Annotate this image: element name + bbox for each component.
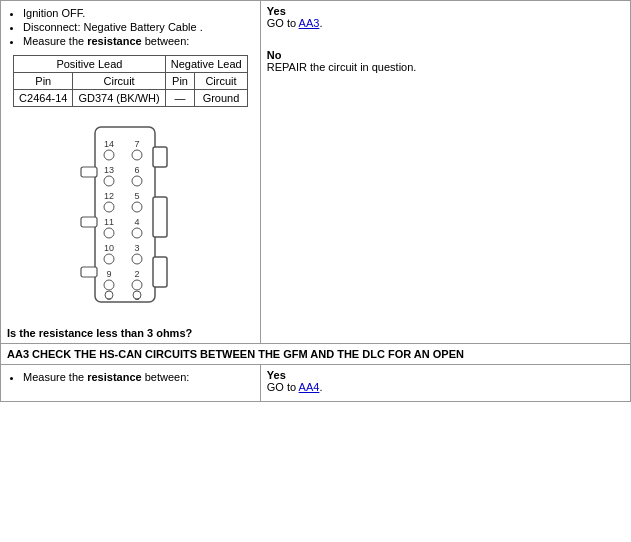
aa3-header-cell: AA3 CHECK THE HS-CAN CIRCUITS BETWEEN TH… — [1, 344, 631, 365]
svg-text:6: 6 — [135, 165, 140, 175]
cell-neg-circuit: Ground — [195, 90, 247, 107]
aa3-bullet-measure: Measure the resistance between: — [23, 371, 254, 383]
bullet-measure: Measure the resistance between: — [23, 35, 254, 47]
svg-text:12: 12 — [104, 191, 114, 201]
svg-text:14: 14 — [104, 139, 114, 149]
main-layout: Ignition OFF. Disconnect: Negative Batte… — [0, 0, 631, 402]
svg-text:13: 13 — [104, 165, 114, 175]
svg-rect-1 — [153, 147, 167, 167]
svg-rect-6 — [81, 267, 97, 277]
aa3-link[interactable]: AA3 — [299, 17, 320, 29]
svg-rect-5 — [81, 217, 97, 227]
resistance-question: Is the resistance less than 3 ohms? — [7, 327, 254, 339]
svg-rect-3 — [153, 257, 167, 287]
yes-text: GO to — [267, 17, 296, 29]
svg-point-33 — [105, 291, 113, 299]
svg-text:10: 10 — [104, 243, 114, 253]
svg-text:11: 11 — [104, 217, 114, 227]
svg-point-18 — [132, 202, 142, 212]
top-right-cell: Yes GO to AA3. No REPAIR the circuit in … — [260, 1, 630, 344]
svg-point-9 — [104, 150, 114, 160]
table-header-row: Positive Lead Negative Lead — [14, 56, 248, 73]
top-row: Ignition OFF. Disconnect: Negative Batte… — [1, 1, 631, 344]
aa3-left-cell: Measure the resistance between: — [1, 365, 261, 402]
svg-rect-2 — [153, 197, 167, 237]
subheader-pin2: Pin — [165, 73, 195, 90]
top-bullets: Ignition OFF. Disconnect: Negative Batte… — [7, 7, 254, 47]
resistance-table: Positive Lead Negative Lead Pin Circuit … — [13, 55, 248, 107]
svg-text:3: 3 — [135, 243, 140, 253]
yes-answer: Yes GO to AA3. — [267, 5, 624, 29]
cell-circuit: GD374 (BK/WH) — [73, 90, 165, 107]
svg-text:2: 2 — [135, 269, 140, 279]
svg-text:4: 4 — [135, 217, 140, 227]
svg-text:7: 7 — [135, 139, 140, 149]
top-left-cell: Ignition OFF. Disconnect: Negative Batte… — [1, 1, 261, 344]
svg-rect-4 — [81, 167, 97, 177]
no-answer: No REPAIR the circuit in question. — [267, 49, 624, 73]
svg-point-29 — [104, 280, 114, 290]
aa3-yes-answer: Yes GO to AA4. — [267, 369, 624, 393]
svg-text:9: 9 — [107, 269, 112, 279]
connector-diagram: 14 7 13 6 12 5 11 4 — [7, 117, 254, 317]
positive-lead-header: Positive Lead — [14, 56, 166, 73]
connector-svg: 14 7 13 6 12 5 11 4 — [75, 117, 185, 317]
bullet-disconnect: Disconnect: Negative Battery Cable . — [23, 21, 254, 33]
aa3-header-row: AA3 CHECK THE HS-CAN CIRCUITS BETWEEN TH… — [1, 344, 631, 365]
svg-point-22 — [132, 228, 142, 238]
subheader-circuit1: Circuit — [73, 73, 165, 90]
svg-point-34 — [133, 291, 141, 299]
svg-point-13 — [104, 176, 114, 186]
no-label: No — [267, 49, 282, 61]
cell-neg-pin: — — [165, 90, 195, 107]
negative-lead-header: Negative Lead — [165, 56, 247, 73]
no-text: REPAIR the circuit in question. — [267, 61, 417, 73]
aa3-bullets: Measure the resistance between: — [7, 371, 254, 383]
table-data-row: C2464-14 GD374 (BK/WH) — Ground — [14, 90, 248, 107]
aa4-link[interactable]: AA4 — [299, 381, 320, 393]
subheader-pin1: Pin — [14, 73, 73, 90]
subheader-circuit2: Circuit — [195, 73, 247, 90]
bullet-ignition: Ignition OFF. — [23, 7, 254, 19]
yes-label: Yes — [267, 5, 286, 17]
aa3-title: AA3 CHECK THE HS-CAN CIRCUITS BETWEEN TH… — [7, 348, 464, 360]
aa3-content-row: Measure the resistance between: Yes GO t… — [1, 365, 631, 402]
aa3-right-cell: Yes GO to AA4. — [260, 365, 630, 402]
svg-point-14 — [132, 176, 142, 186]
table-subheader-row: Pin Circuit Pin Circuit — [14, 73, 248, 90]
svg-point-26 — [132, 254, 142, 264]
svg-point-30 — [132, 280, 142, 290]
svg-point-10 — [132, 150, 142, 160]
svg-point-21 — [104, 228, 114, 238]
aa3-yes-text: GO to — [267, 381, 296, 393]
svg-point-25 — [104, 254, 114, 264]
cell-pin: C2464-14 — [14, 90, 73, 107]
svg-point-17 — [104, 202, 114, 212]
aa3-yes-label: Yes — [267, 369, 286, 381]
svg-text:5: 5 — [135, 191, 140, 201]
